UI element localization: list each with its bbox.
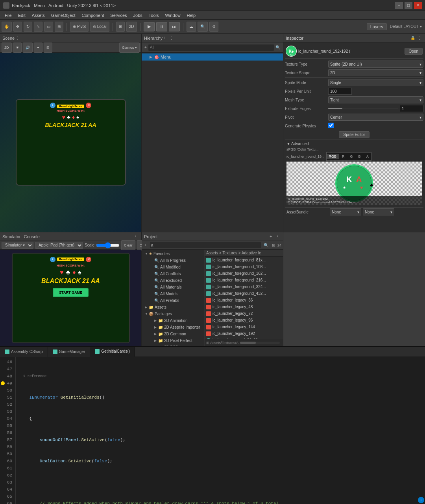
file-item-fg432[interactable]: ic_launcher_foreground_432... [205, 290, 283, 297]
extrude-edges-input[interactable] [400, 105, 423, 112]
assetbundle-dropdown-2[interactable]: None ▾ [363, 208, 394, 215]
tree-assets[interactable]: ▶ 📁 Assets [142, 304, 204, 311]
menu-jobs[interactable]: Jobs [130, 12, 146, 18]
hierarchy-options-button[interactable]: ⋮ [168, 35, 175, 40]
sim-start-btn[interactable]: START GAME [53, 288, 89, 297]
file-item-leg96[interactable]: ic_launcher_legacy_96 [205, 317, 283, 324]
scene-viewport[interactable]: i Reset High Score ✕ HIGH SCORE WIN: ♥ ♣… [0, 53, 141, 232]
project-filter-button[interactable]: ⊞ [271, 243, 276, 248]
file-item-leg36[interactable]: ic_launcher_legacy_36 [205, 297, 283, 304]
hierarchy-search-input[interactable] [148, 44, 274, 51]
pixels-per-unit-input[interactable] [328, 88, 352, 95]
menu-help[interactable]: Help [184, 12, 199, 18]
file-item-fg162[interactable]: ic_launcher_foreground_162... [205, 270, 283, 277]
scene-options-button[interactable]: ⋮ [15, 35, 21, 40]
layers-dropdown[interactable]: Layers [367, 23, 387, 30]
menu-edit[interactable]: Edit [15, 12, 29, 18]
inspector-lock-button[interactable]: 🔒 [409, 35, 416, 40]
tree-2d-psd[interactable]: ▶ 📁 2D PSD Importer [142, 344, 204, 346]
file-item-leg48[interactable]: ic_launcher_legacy_48 [205, 304, 283, 310]
inspector-options-button[interactable]: ⋮ [416, 35, 423, 40]
scale-slider[interactable] [96, 243, 120, 248]
texture-shape-dropdown[interactable]: 2D ▾ [328, 69, 423, 76]
transform-tool[interactable]: ⊞ [55, 22, 63, 32]
tree-all-prefabs[interactable]: 🔍 All Prefabs [142, 297, 204, 304]
menu-assets[interactable]: Assets [29, 12, 48, 18]
file-item-leg72[interactable]: ic_launcher_legacy_72 [205, 310, 283, 317]
color-tab-a[interactable]: A [364, 154, 371, 159]
extrude-edges-slider[interactable] [328, 108, 398, 109]
tab-getinitialcards[interactable]: GetInitialCards() [90, 347, 135, 357]
hierarchy-filter-button[interactable]: 🔍 [274, 45, 281, 50]
scene-grid-button[interactable]: ⊞ [44, 42, 52, 53]
grid-toggle[interactable]: ⊞ [116, 22, 125, 32]
project-search-input[interactable] [149, 242, 261, 249]
simulator-device-dropdown[interactable]: Simulator ▾ [2, 242, 33, 249]
sprite-mode-dropdown[interactable]: Single ▾ [328, 79, 423, 86]
play-button[interactable]: ▶ [144, 22, 155, 31]
hierarchy-create-button[interactable]: + [143, 45, 148, 50]
scale-tool[interactable]: ⤡ [34, 22, 42, 32]
color-tab-g[interactable]: G [348, 154, 355, 159]
minimize-button[interactable]: − [395, 2, 403, 9]
pivot-toggle[interactable]: ⊕ Pivot [70, 22, 89, 32]
tree-all-conflicts[interactable]: 🔍 All Conflicts [142, 270, 204, 277]
tree-all-materials[interactable]: 🔍 All Materials [142, 284, 204, 291]
color-tab-r[interactable]: R [340, 154, 347, 159]
color-tab-b[interactable]: B [356, 154, 363, 159]
rotate-tool[interactable]: ↻ [24, 22, 32, 32]
scene-lighting-button[interactable]: ☀ [13, 42, 22, 53]
color-tab-rgb[interactable]: RGB [327, 154, 339, 159]
settings-button[interactable]: ⚙ [209, 22, 218, 32]
menu-window[interactable]: Window [162, 12, 183, 18]
project-add-button[interactable]: + [268, 234, 273, 239]
menu-file[interactable]: File [2, 12, 15, 18]
hierarchy-item-menu[interactable]: ▶ 🎯 Menu [142, 53, 283, 61]
scene-gizmos-button[interactable]: Gizmos ▾ [119, 42, 140, 53]
code-content[interactable]: 46 47 48 49 50 51 52 53 54 55 56 57 58 5… [0, 357, 425, 504]
2d-toggle[interactable]: 2D [126, 22, 137, 32]
scene-fx-button[interactable]: ✦ [34, 42, 42, 53]
file-item-fg216[interactable]: ic_launcher_foreground_216... [205, 277, 283, 283]
layout-dropdown[interactable]: Default LAYOUT ▾ [390, 24, 422, 29]
menu-tools[interactable]: Tools [146, 12, 162, 18]
menu-component[interactable]: Component [78, 12, 107, 18]
file-item-leg144[interactable]: ic_launcher_legacy_144 [205, 324, 283, 330]
tab-gamemanager[interactable]: GameManager [48, 347, 91, 357]
sprite-editor-button[interactable]: Sprite Editor [339, 131, 369, 138]
project-create-button[interactable]: + [143, 243, 148, 248]
menu-services[interactable]: Services [107, 12, 130, 18]
project-options-button[interactable]: ⋮ [274, 234, 281, 239]
tree-2d-aseprite[interactable]: ▶ 📁 2D Aseprite Importer [142, 324, 204, 331]
tree-2d-pixel-perfect[interactable]: ▶ 📁 2D Pixel Perfect [142, 337, 204, 344]
open-button[interactable]: Open [405, 48, 423, 55]
scene-2d-button[interactable]: 2D [2, 42, 12, 53]
tree-2d-common[interactable]: ▶ 📁 2D Common [142, 331, 204, 337]
clear-button[interactable]: Clear [121, 240, 135, 250]
maximize-button[interactable]: □ [405, 2, 412, 9]
collab-button[interactable]: ☁ [187, 22, 196, 32]
texture-type-dropdown[interactable]: Sprite (2D and UI) ▾ [328, 61, 423, 68]
assetbundle-dropdown-1[interactable]: None ▾ [330, 208, 361, 215]
tree-all-excluded[interactable]: 🔍 All Excluded [142, 277, 204, 284]
hand-tool[interactable]: ✋ [2, 22, 12, 32]
simulator-viewport[interactable]: i Reset High Score ✕ HIGH SCORE WIN: ♥ ♣… [0, 250, 141, 346]
horizontal-scrollbar[interactable] [240, 342, 280, 344]
file-item-fg324[interactable]: ic_launcher_foreground_324... [205, 283, 283, 290]
scene-audio-button[interactable]: 🔊 [23, 42, 33, 53]
file-item-fg81[interactable]: ic_launcher_foreground_81x... [205, 257, 283, 263]
sim-options-button[interactable]: ⋮ [133, 234, 139, 239]
tree-favorites[interactable]: ▼ ★ Favorites [142, 250, 204, 257]
generate-physics-checkbox[interactable] [328, 123, 334, 128]
tree-all-in-progress[interactable]: 🔍 All In Progress [142, 257, 204, 264]
tree-packages[interactable]: ▼ 📦 Packages [142, 311, 204, 317]
tree-all-modified[interactable]: 🔍 All Modified [142, 264, 204, 270]
search-button[interactable]: 🔍 [198, 22, 208, 32]
tab-assembly-csharp[interactable]: Assembly-CSharp [0, 347, 48, 357]
move-tool[interactable]: ✥ [13, 22, 22, 32]
simulator-model-dropdown[interactable]: Apple iPad (7th gen) [35, 242, 83, 249]
mesh-type-dropdown[interactable]: Tight ▾ [328, 96, 423, 103]
local-toggle[interactable]: ⊙ Local [90, 22, 109, 32]
rect-tool[interactable]: ▭ [44, 22, 53, 32]
tree-all-models[interactable]: 🔍 All Models [142, 291, 204, 297]
